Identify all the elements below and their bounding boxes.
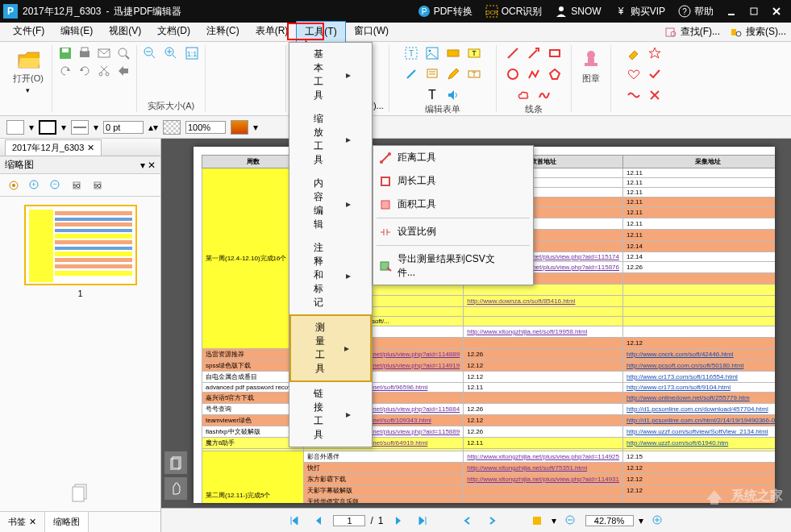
tools-item-0[interactable]: 基本工具▸ — [289, 43, 372, 107]
polygon-icon[interactable] — [547, 66, 563, 82]
shape-x-icon[interactable] — [647, 87, 663, 103]
rect-icon[interactable] — [547, 45, 563, 61]
opacity-picker[interactable] — [163, 120, 181, 135]
menu-窗口(W)[interactable]: 窗口(W) — [346, 21, 397, 43]
pdf-convert-button[interactable]: PPDF转换 — [411, 0, 479, 23]
print-icon[interactable] — [77, 45, 93, 61]
first-page-button[interactable] — [285, 511, 304, 530]
forward-button[interactable] — [482, 511, 502, 530]
close-button[interactable] — [765, 0, 788, 23]
line-icon[interactable] — [505, 45, 521, 61]
preview-icon[interactable] — [115, 45, 131, 61]
audio-icon[interactable] — [445, 87, 461, 103]
save-icon[interactable] — [57, 45, 73, 61]
last-page-button[interactable] — [413, 511, 432, 530]
lines-label[interactable]: 线条 — [525, 103, 543, 115]
freehand-icon[interactable] — [536, 87, 552, 103]
link-edit-icon[interactable] — [403, 66, 419, 82]
line-width-input[interactable] — [103, 121, 144, 134]
menu-编辑(E)[interactable]: 编辑(E) — [52, 21, 101, 43]
help-button[interactable]: ?帮助 — [672, 0, 720, 23]
shape-wave-icon[interactable] — [626, 87, 642, 103]
tools-item-4[interactable]: 测量工具▸ — [289, 314, 372, 382]
measure-item-2[interactable]: 面积工具 — [373, 193, 533, 216]
open-button[interactable]: 打开(O)▾ — [10, 45, 47, 98]
canvas-hand-icon[interactable] — [164, 477, 187, 500]
redo-icon[interactable] — [77, 63, 93, 79]
tools-item-2[interactable]: 内容编辑▸ — [289, 172, 372, 236]
panel-menu-icon[interactable]: ▾ ✕ — [140, 160, 156, 171]
cut-icon[interactable] — [96, 63, 112, 79]
cloud-icon[interactable] — [515, 87, 531, 103]
text-box-icon[interactable]: T — [466, 66, 482, 82]
fill-color-picker[interactable] — [6, 120, 24, 135]
stepper-icon[interactable]: ▴▾ — [148, 122, 158, 133]
maximize-button[interactable] — [743, 0, 765, 23]
line-style-picker[interactable] — [71, 120, 89, 135]
prev-page-button[interactable] — [309, 511, 328, 530]
nav-icon[interactable] — [115, 63, 131, 79]
doc-tab[interactable]: 2017年12月_6303✕ — [5, 139, 102, 156]
stamp-button[interactable]: 图章 — [577, 45, 606, 88]
shape-heart-icon[interactable] — [626, 66, 642, 82]
back-button[interactable] — [458, 511, 477, 530]
measure-item-0[interactable]: 距离工具 — [373, 146, 533, 169]
circle-icon[interactable] — [505, 66, 521, 82]
canvas-pages-icon[interactable] — [164, 451, 187, 474]
menu-视图(V)[interactable]: 视图(V) — [101, 21, 149, 43]
polyline-icon[interactable] — [526, 66, 542, 82]
menu-文档(D)[interactable]: 文档(D) — [149, 21, 198, 43]
page-input[interactable] — [333, 515, 365, 526]
menu-工具(T)[interactable]: 工具(T) — [296, 21, 345, 43]
stroke-color-picker[interactable] — [39, 120, 56, 135]
thumb-gear-icon[interactable] — [5, 177, 23, 194]
bookmarks-tab[interactable]: 书签✕ — [0, 512, 45, 532]
fit-width-button[interactable] — [527, 511, 547, 530]
text-icon[interactable]: T — [424, 87, 440, 103]
zoom-in-icon[interactable] — [163, 45, 179, 61]
thumb-zoomout-icon[interactable]: − — [47, 177, 65, 194]
thumb-zoomin-icon[interactable]: + — [26, 177, 44, 194]
menu-注释(C)[interactable]: 注释(C) — [198, 21, 248, 43]
edit-form-label[interactable]: 编辑表单 — [425, 103, 460, 115]
tools-item-3[interactable]: 注释和标记▸ — [289, 236, 372, 314]
thumbnails-tab[interactable]: 缩略图 — [45, 512, 89, 532]
pencil-icon[interactable] — [445, 66, 461, 82]
arrow-line-icon[interactable] — [526, 45, 542, 61]
shape-star-icon[interactable] — [647, 45, 663, 61]
tools-item-5[interactable]: 链接工具▸ — [289, 382, 372, 447]
text-select-icon[interactable]: T — [403, 45, 419, 61]
eraser-icon[interactable] — [626, 45, 642, 61]
form-field-icon[interactable] — [445, 45, 461, 61]
user-button[interactable]: SNOW — [548, 0, 607, 23]
shape-check-icon[interactable] — [647, 66, 663, 82]
image-edit-icon[interactable] — [424, 45, 440, 61]
fit-page-icon[interactable]: 1:1 — [184, 45, 200, 61]
note-icon[interactable] — [424, 66, 440, 82]
zoom-in-button[interactable] — [648, 511, 668, 530]
thumbnail[interactable]: 1 — [24, 205, 137, 298]
rotate-right-icon[interactable]: 90 — [89, 177, 106, 194]
menu-文件(F)[interactable]: 文件(F) — [5, 21, 52, 43]
email-icon[interactable] — [96, 45, 112, 61]
zoom-out-button[interactable] — [561, 511, 581, 530]
measure-item-3[interactable]: 设置比例 — [373, 220, 533, 243]
zoom-out-icon[interactable] — [142, 45, 158, 61]
tools-item-1[interactable]: 缩放工具▸ — [289, 107, 372, 172]
undo-icon[interactable] — [57, 63, 73, 79]
next-page-button[interactable] — [389, 511, 408, 530]
actual-size-label[interactable]: 实际大小(A) — [148, 100, 195, 112]
find-button[interactable]: 查找(F)... — [664, 25, 720, 39]
blend-picker[interactable] — [231, 120, 248, 135]
measure-item-1[interactable]: 周长工具 — [373, 169, 533, 193]
buy-vip-button[interactable]: ¥购买VIP — [608, 0, 672, 23]
zoom-input[interactable] — [185, 121, 226, 134]
menu-表单(R)[interactable]: 表单(R) — [248, 21, 297, 43]
rotate-left-icon[interactable]: 90 — [68, 177, 85, 194]
highlight-icon[interactable]: T — [466, 45, 482, 61]
measure-item-4[interactable]: 导出测量结果到CSV文件... — [373, 247, 533, 285]
close-tab-icon[interactable]: ✕ — [87, 143, 94, 153]
search-button[interactable]: 搜索(S)... — [730, 25, 786, 39]
minimize-button[interactable] — [720, 0, 743, 23]
pages-stack-icon[interactable] — [69, 482, 92, 505]
